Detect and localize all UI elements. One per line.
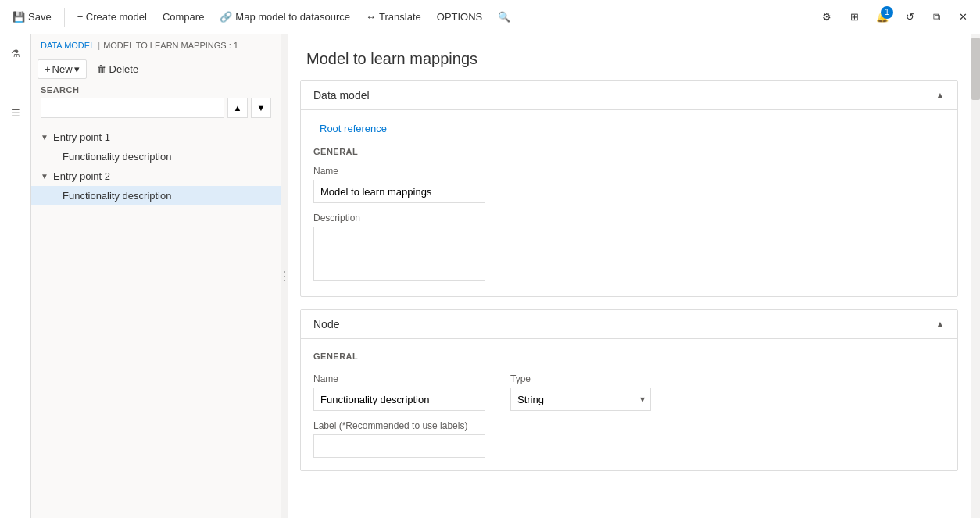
main-area: ⚗ ☰ DATA MODEL | MODEL TO LEARN MAPPINGS… bbox=[0, 34, 980, 518]
new-label: New bbox=[52, 63, 73, 75]
notification-badge[interactable]: 🔔 1 bbox=[871, 6, 893, 28]
node-section-body: GENERAL Name GENERAL Type String bbox=[301, 339, 957, 470]
search-row: ▲ ▼ bbox=[41, 98, 271, 118]
node-section-header[interactable]: Node ▲ bbox=[301, 310, 957, 339]
side-icons: ⚗ ☰ bbox=[0, 34, 31, 518]
entry1-label: Entry point 1 bbox=[53, 131, 271, 143]
expand-icon-1: ▼ bbox=[41, 133, 53, 141]
close-icon: ✕ bbox=[959, 11, 967, 23]
open-external-icon: ⧉ bbox=[933, 11, 940, 23]
name-field-label: Name bbox=[313, 166, 945, 177]
map-button[interactable]: 🔗 Map model to datasource bbox=[213, 8, 356, 26]
settings-icon: ⚙ bbox=[822, 11, 832, 23]
compare-label: Compare bbox=[163, 11, 204, 23]
search-toolbar-button[interactable]: 🔍 bbox=[492, 8, 517, 26]
refresh-icon: ↺ bbox=[906, 11, 914, 23]
node-type-col: GENERAL Type String Integer Boolean Date… bbox=[510, 352, 651, 411]
node-fields-row: GENERAL Name GENERAL Type String bbox=[313, 352, 945, 411]
node-name-label: Name bbox=[313, 373, 485, 384]
node-collapse-icon: ▲ bbox=[935, 319, 945, 330]
options-label: OPTIONS bbox=[437, 11, 483, 23]
tree: ▼ Entry point 1 Functionality descriptio… bbox=[31, 124, 281, 518]
search-input[interactable] bbox=[41, 98, 224, 118]
node-name-col: GENERAL Name bbox=[313, 352, 485, 411]
filter-icon: ⚗ bbox=[11, 48, 20, 59]
page-title-bar: Model to learn mappings bbox=[288, 34, 971, 80]
node-section: Node ▲ GENERAL Name GENERAL Ty bbox=[300, 309, 958, 471]
scroll-thumb[interactable] bbox=[971, 38, 980, 100]
tree-item-entry2[interactable]: ▼ Entry point 2 bbox=[31, 166, 281, 186]
hamburger-icon-button[interactable]: ☰ bbox=[3, 100, 28, 125]
right-scrollbar[interactable] bbox=[971, 34, 980, 518]
arrow-up-button[interactable]: ▲ bbox=[227, 98, 248, 118]
root-reference-link[interactable]: Root reference bbox=[313, 123, 393, 134]
search-icon: 🔍 bbox=[498, 11, 510, 23]
delete-button[interactable]: 🗑 Delete bbox=[90, 60, 145, 78]
breadcrumb-current: MODEL TO LEARN MAPPINGS : 1 bbox=[103, 41, 238, 50]
node-name-field-group: Name bbox=[313, 373, 485, 411]
entry2-child1-label: Functionality description bbox=[63, 190, 171, 202]
save-icon: 💾 bbox=[13, 11, 25, 23]
translate-button[interactable]: ↔ Translate bbox=[359, 8, 427, 26]
node-general-label: GENERAL bbox=[313, 352, 485, 361]
toolbar-right: ⚙ ⊞ 🔔 1 ↺ ⧉ ✕ bbox=[816, 6, 974, 28]
description-field-label: Description bbox=[313, 213, 945, 223]
node-type-select-wrapper: String Integer Boolean Date List bbox=[510, 388, 651, 411]
settings-button[interactable]: ⚙ bbox=[816, 8, 838, 26]
compare-button[interactable]: Compare bbox=[156, 8, 210, 26]
breadcrumb-data-model[interactable]: DATA MODEL bbox=[41, 41, 95, 50]
breadcrumb: DATA MODEL | MODEL TO LEARN MAPPINGS : 1 bbox=[31, 34, 281, 56]
node-label-input[interactable] bbox=[313, 434, 485, 458]
toolbar-separator-1 bbox=[64, 8, 65, 27]
office-button[interactable]: ⊞ bbox=[844, 8, 865, 26]
description-field-textarea[interactable] bbox=[313, 227, 485, 281]
tree-child-entry2-func1[interactable]: Functionality description bbox=[31, 186, 281, 205]
description-field-group: Description bbox=[313, 213, 945, 284]
search-section-label: SEARCH bbox=[41, 85, 271, 95]
panel-toolbar: + New ▾ 🗑 Delete bbox=[31, 56, 281, 82]
data-model-section: Data model ▲ Root reference GENERAL Name… bbox=[300, 80, 958, 297]
tree-item-entry1[interactable]: ▼ Entry point 1 bbox=[31, 127, 281, 147]
data-model-collapse-icon: ▲ bbox=[935, 90, 945, 101]
data-model-section-title: Data model bbox=[313, 89, 370, 102]
name-field-group: Name bbox=[313, 166, 945, 203]
close-button[interactable]: ✕ bbox=[953, 8, 974, 26]
office-icon: ⊞ bbox=[850, 11, 859, 23]
new-plus-icon: + bbox=[45, 63, 51, 75]
new-button[interactable]: + New ▾ bbox=[38, 59, 87, 79]
open-external-button[interactable]: ⧉ bbox=[927, 8, 946, 27]
save-button[interactable]: 💾 Save bbox=[6, 8, 58, 26]
node-name-input[interactable] bbox=[313, 388, 485, 411]
main-toolbar: 💾 Save + Create model Compare 🔗 Map mode… bbox=[0, 0, 980, 34]
refresh-button[interactable]: ↺ bbox=[900, 8, 921, 26]
data-model-section-body: Root reference GENERAL Name Description bbox=[301, 110, 957, 296]
node-type-field-group: Type String Integer Boolean Date List bbox=[510, 373, 651, 411]
data-model-section-header[interactable]: Data model ▲ bbox=[301, 81, 957, 110]
drag-handle[interactable]: ⋮ bbox=[281, 34, 288, 518]
expand-icon-2: ▼ bbox=[41, 172, 53, 180]
create-model-label: + Create model bbox=[77, 11, 147, 23]
arrow-down-button[interactable]: ▼ bbox=[251, 98, 271, 118]
page-title: Model to learn mappings bbox=[306, 50, 952, 68]
node-type-label: Type bbox=[510, 373, 651, 384]
search-section: SEARCH ▲ ▼ bbox=[31, 82, 281, 124]
right-panel: Model to learn mappings Data model ▲ Roo… bbox=[288, 34, 971, 518]
name-field-input[interactable] bbox=[313, 180, 485, 203]
create-model-button[interactable]: + Create model bbox=[71, 8, 153, 26]
save-label: Save bbox=[28, 11, 52, 23]
hamburger-icon: ☰ bbox=[11, 107, 20, 119]
node-type-select[interactable]: String Integer Boolean Date List bbox=[510, 388, 651, 411]
node-label-field-group: Label (*Recommended to use labels) bbox=[313, 420, 945, 458]
node-section-title: Node bbox=[313, 318, 339, 330]
breadcrumb-separator: | bbox=[98, 41, 100, 50]
new-dropdown-icon: ▾ bbox=[74, 63, 80, 75]
delete-icon: 🗑 bbox=[96, 63, 106, 75]
tree-group-2: ▼ Entry point 2 Functionality descriptio… bbox=[31, 166, 281, 205]
delete-label: Delete bbox=[109, 63, 139, 75]
options-button[interactable]: OPTIONS bbox=[431, 8, 489, 26]
left-panel: DATA MODEL | MODEL TO LEARN MAPPINGS : 1… bbox=[31, 34, 281, 518]
filter-icon-button[interactable]: ⚗ bbox=[3, 41, 28, 66]
tree-child-entry1-func1[interactable]: Functionality description bbox=[31, 147, 281, 166]
data-model-general-label: GENERAL bbox=[313, 147, 945, 156]
entry2-label: Entry point 2 bbox=[53, 170, 271, 182]
